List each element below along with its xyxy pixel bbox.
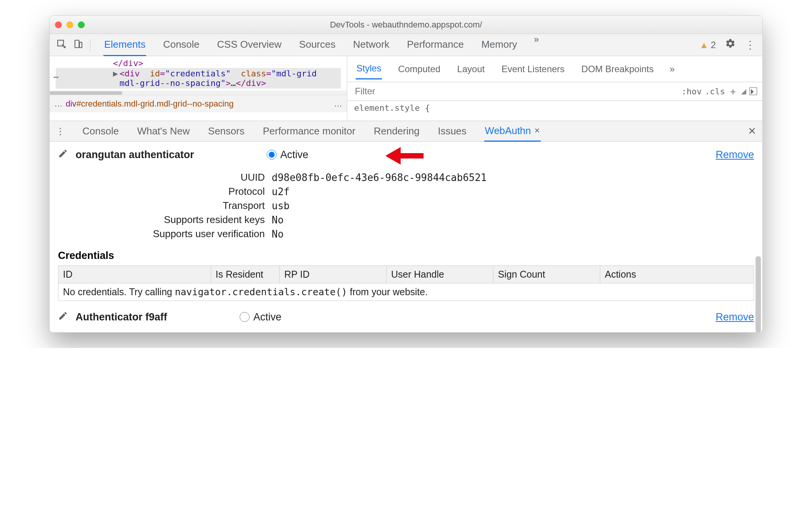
- field-val-protocol: u2f: [272, 186, 290, 197]
- styles-tab-event-listeners[interactable]: Event Listeners: [501, 59, 565, 79]
- drawer-tab-performance-monitor[interactable]: Performance monitor: [262, 121, 356, 141]
- styles-filter-row: :hov .cls ＋ ◢: [347, 82, 762, 101]
- styles-tab-computed[interactable]: Computed: [397, 59, 441, 79]
- authenticator-header-0: orangutan authenticator Active Remove: [58, 149, 754, 161]
- drawer-close-icon[interactable]: ✕: [748, 125, 756, 137]
- main-menu-kebab-icon[interactable]: ⋮: [745, 39, 756, 51]
- tab-css-overview[interactable]: CSS Overview: [216, 34, 282, 56]
- styles-tab-styles[interactable]: Styles: [356, 58, 382, 79]
- authenticator-active-radio-1[interactable]: [240, 312, 250, 322]
- drawer-menu-kebab-icon[interactable]: ⋮: [56, 126, 65, 137]
- dom-tree[interactable]: ⋯ </div> ▶ <div id="credentials" class="…: [50, 56, 347, 91]
- authenticator-name-0: orangutan authenticator: [76, 149, 194, 161]
- tab-network[interactable]: Network: [352, 34, 390, 56]
- authenticator-block-0: orangutan authenticator Active Remove UU…: [58, 149, 754, 240]
- filter-resize-icon: ◢: [741, 87, 746, 95]
- edit-pencil-icon-1[interactable]: [58, 311, 68, 323]
- window-title: DevTools - webauthndemo.appspot.com/: [50, 20, 762, 30]
- drawer-tab-sensors[interactable]: Sensors: [207, 121, 245, 141]
- window-titlebar: DevTools - webauthndemo.appspot.com/: [50, 16, 762, 34]
- field-val-uuid: d98e08fb-0efc-43e6-968c-99844cab6521: [272, 172, 487, 183]
- styles-filter-input[interactable]: [353, 84, 678, 99]
- col-is-resident: Is Resident: [211, 266, 280, 283]
- field-key-resident: Supports resident keys: [58, 214, 272, 226]
- drawer-tab-console[interactable]: Console: [82, 121, 119, 141]
- panels-row: ⋯ </div> ▶ <div id="credentials" class="…: [50, 56, 762, 121]
- elements-panel: ⋯ </div> ▶ <div id="credentials" class="…: [50, 56, 347, 121]
- breadcrumb-path[interactable]: div#credentials.mdl-grid.mdl-grid--no-sp…: [66, 99, 234, 109]
- drawer-tab-whats-new[interactable]: What's New: [136, 121, 190, 141]
- breadcrumb-left-ellipsis[interactable]: …: [54, 99, 63, 109]
- styles-tab-dom-breakpoints[interactable]: DOM Breakpoints: [581, 59, 654, 79]
- hov-toggle[interactable]: :hov: [682, 87, 702, 96]
- main-tab-strip: Elements Console CSS Overview Sources Ne…: [50, 34, 762, 56]
- col-id: ID: [58, 266, 211, 283]
- drawer-tab-rendering[interactable]: Rendering: [373, 121, 420, 141]
- expand-triangle-icon[interactable]: ▶: [113, 69, 118, 88]
- col-sign-count: Sign Count: [493, 266, 600, 283]
- inspect-element-icon[interactable]: [56, 39, 66, 51]
- authenticator-name-1: Authenticator f9aff: [76, 311, 167, 323]
- devtools-window: DevTools - webauthndemo.appspot.com/ Ele…: [49, 15, 763, 333]
- tab-sources[interactable]: Sources: [298, 34, 336, 56]
- warnings-count: 2: [711, 40, 716, 50]
- warnings-badge[interactable]: ▲ 2: [699, 40, 716, 50]
- field-key-transport: Transport: [58, 200, 272, 212]
- authenticator-active-label-0: Active: [280, 149, 309, 161]
- drawer-tab-issues[interactable]: Issues: [437, 121, 467, 141]
- tab-console[interactable]: Console: [162, 34, 200, 56]
- drawer-tab-webauthn-label: WebAuthn: [485, 125, 531, 137]
- breadcrumb-right-ellipsis[interactable]: …: [334, 99, 342, 109]
- authenticator-fields-0: UUIDd98e08fb-0efc-43e6-968c-99844cab6521…: [58, 171, 754, 240]
- styles-panel: Styles Computed Layout Event Listeners D…: [347, 56, 762, 121]
- authenticator-block-1: Authenticator f9aff Active Remove: [58, 311, 754, 323]
- dom-line-close[interactable]: </div>: [56, 58, 341, 68]
- drawer-tab-strip: ⋮ Console What's New Sensors Performance…: [50, 121, 762, 142]
- styles-tab-layout[interactable]: Layout: [456, 59, 485, 79]
- field-val-transport: usb: [272, 200, 290, 212]
- element-style-rule[interactable]: element.style {: [347, 101, 762, 115]
- close-tab-icon[interactable]: ✕: [534, 126, 540, 135]
- col-actions: Actions: [600, 266, 754, 283]
- authenticator-active-radio-0[interactable]: [267, 150, 277, 160]
- computed-sidebar-toggle-icon[interactable]: [749, 87, 757, 95]
- empty-code: navigator.credentials.create(): [175, 286, 347, 298]
- drawer-tab-webauthn[interactable]: WebAuthn ✕: [484, 121, 541, 142]
- dom-gutter-ellipsis: ⋯: [53, 72, 58, 82]
- credentials-heading: Credentials: [58, 250, 754, 262]
- breadcrumb[interactable]: … div#credentials.mdl-grid.mdl-grid--no-…: [50, 95, 347, 112]
- authenticator-remove-link-0[interactable]: Remove: [715, 149, 754, 161]
- more-tabs-icon[interactable]: »: [534, 34, 539, 56]
- settings-gear-icon[interactable]: [725, 38, 736, 52]
- credentials-table: ID Is Resident RP ID User Handle Sign Co…: [58, 265, 754, 301]
- field-val-resident: No: [272, 214, 284, 226]
- empty-prefix: No credentials. Try calling: [63, 286, 175, 297]
- tab-memory[interactable]: Memory: [480, 34, 518, 56]
- styles-tab-strip: Styles Computed Layout Event Listeners D…: [347, 56, 762, 82]
- field-key-uv: Supports user verification: [58, 228, 272, 240]
- col-user-handle: User Handle: [387, 266, 493, 283]
- dom-horizontal-scrollbar[interactable]: [50, 91, 347, 95]
- credentials-empty-row: No credentials. Try calling navigator.cr…: [58, 283, 754, 301]
- edit-pencil-icon[interactable]: [58, 149, 68, 161]
- cls-toggle[interactable]: .cls: [705, 87, 725, 96]
- authenticator-remove-link-1[interactable]: Remove: [715, 311, 754, 323]
- tab-performance[interactable]: Performance: [406, 34, 465, 56]
- col-rp-id: RP ID: [280, 266, 387, 283]
- empty-suffix: from your website.: [347, 286, 428, 297]
- credentials-header-row: ID Is Resident RP ID User Handle Sign Co…: [58, 266, 754, 283]
- new-style-rule-icon[interactable]: ＋: [728, 85, 738, 98]
- field-key-uuid: UUID: [58, 171, 272, 183]
- device-toolbar-icon[interactable]: [73, 39, 83, 51]
- warning-triangle-icon: ▲: [699, 40, 709, 50]
- svg-rect-2: [79, 42, 82, 47]
- dom-line-selected[interactable]: ▶ <div id="credentials" class="mdl-grid …: [56, 68, 341, 89]
- styles-more-tabs-icon[interactable]: »: [670, 64, 675, 74]
- webauthn-panel: orangutan authenticator Active Remove UU…: [50, 142, 762, 332]
- webauthn-vertical-scrollbar[interactable]: [756, 142, 761, 332]
- authenticator-active-label-1: Active: [253, 311, 282, 323]
- tab-elements[interactable]: Elements: [103, 34, 146, 56]
- svg-rect-1: [75, 40, 79, 48]
- field-val-uv: No: [272, 228, 284, 240]
- field-key-protocol: Protocol: [58, 186, 272, 197]
